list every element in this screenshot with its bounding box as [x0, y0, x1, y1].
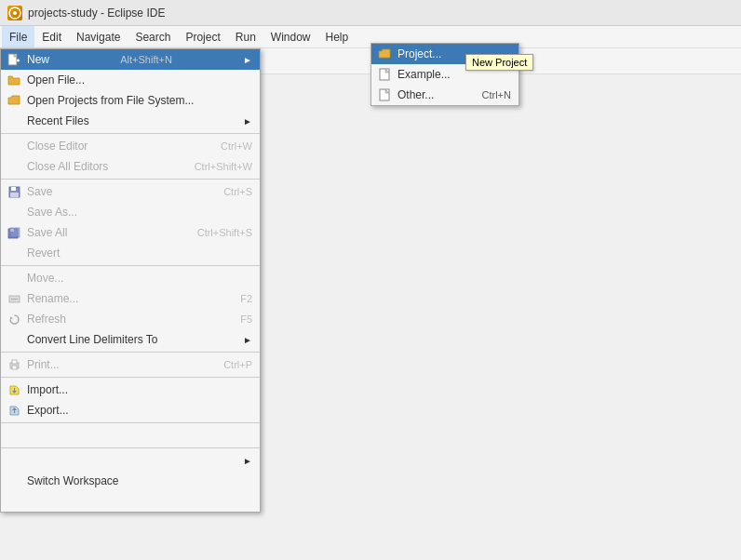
svg-rect-8 — [10, 193, 19, 197]
new-submenu-other[interactable]: Other... Ctrl+N — [371, 85, 519, 105]
file-menu-rename[interactable]: Rename... F2 — [1, 288, 260, 309]
file-menu-recent-files[interactable]: Recent Files ► — [1, 111, 260, 131]
menu-window[interactable]: Window — [263, 26, 318, 47]
save-icon — [7, 184, 21, 199]
new-other-icon — [377, 87, 392, 102]
menu-search[interactable]: Search — [128, 26, 178, 47]
svg-marker-14 — [10, 316, 13, 319]
menu-navigate[interactable]: Navigate — [69, 26, 128, 47]
file-menu-convert-line[interactable]: Convert Line Delimiters To ► — [1, 329, 260, 350]
file-menu-save[interactable]: Save Ctrl+S — [1, 181, 260, 202]
svg-rect-16 — [12, 360, 17, 364]
file-menu-move[interactable]: Move... — [1, 268, 260, 288]
file-menu-refresh[interactable]: Refresh F5 — [1, 309, 260, 329]
open-file-icon — [7, 73, 21, 87]
switch-workspace-arrow: ► — [243, 456, 252, 466]
file-menu-export[interactable]: Export... — [1, 400, 260, 420]
menu-project[interactable]: Project — [178, 26, 227, 47]
svg-rect-11 — [10, 228, 20, 237]
file-menu-revert[interactable]: Revert — [1, 243, 260, 263]
svg-rect-17 — [12, 366, 17, 369]
separator-1 — [1, 133, 260, 134]
file-menu-open-projects[interactable]: Open Projects from File System... — [1, 90, 260, 111]
new-submenu-arrow: ► — [243, 55, 252, 65]
file-menu-exit[interactable] — [1, 491, 260, 512]
svg-rect-22 — [380, 69, 389, 80]
refresh-icon — [7, 312, 21, 327]
save-all-icon — [7, 225, 21, 240]
menu-edit[interactable]: Edit — [34, 26, 69, 47]
window-title: projects-study - Eclipse IDE — [28, 7, 165, 20]
separator-3 — [1, 265, 260, 266]
recent-files-arrow: ► — [243, 116, 252, 127]
file-menu-open-file[interactable]: Open File... — [1, 70, 260, 90]
svg-point-1 — [13, 11, 17, 15]
file-menu-properties[interactable] — [1, 425, 260, 446]
file-menu-switch-workspace[interactable]: ► — [1, 450, 260, 471]
file-menu-save-as[interactable]: Save As... — [1, 202, 260, 222]
title-bar: projects-study - Eclipse IDE — [0, 0, 741, 26]
file-menu-new[interactable]: New Alt+Shift+N ► — [1, 49, 260, 70]
file-menu-import[interactable]: Import... — [1, 380, 260, 400]
new-project-tooltip: New Project — [465, 54, 533, 71]
file-menu-print[interactable]: Print... Ctrl+P — [1, 354, 260, 375]
file-menu-close-editor[interactable]: Close Editor Ctrl+W — [1, 136, 260, 156]
separator-7 — [1, 447, 260, 448]
file-menu-save-all[interactable]: Save All Ctrl+Shift+S — [1, 222, 260, 243]
separator-2 — [1, 179, 260, 180]
separator-5 — [1, 377, 260, 378]
file-dropdown-menu: New Alt+Shift+N ► Open File... Open Proj… — [0, 48, 261, 513]
print-icon — [7, 357, 21, 372]
file-menu-close-all-editors[interactable]: Close All Editors Ctrl+Shift+W — [1, 156, 260, 177]
import-icon — [7, 382, 21, 397]
menu-file[interactable]: File — [2, 26, 34, 47]
menu-help[interactable]: Help — [318, 26, 357, 47]
new-project-icon — [377, 47, 392, 61]
convert-line-arrow: ► — [243, 335, 252, 345]
export-icon — [7, 403, 21, 418]
separator-4 — [1, 352, 260, 353]
svg-rect-7 — [11, 187, 16, 191]
new-example-icon — [377, 67, 392, 82]
svg-rect-24 — [380, 89, 389, 100]
new-icon — [7, 52, 21, 67]
app-icon — [7, 6, 22, 20]
file-menu-restart[interactable]: Switch Workspace — [1, 471, 260, 491]
separator-6 — [1, 422, 260, 423]
new-submenu: Project... Example... Other... Ctrl+N — [370, 43, 519, 106]
open-projects-icon — [7, 93, 21, 108]
menu-run[interactable]: Run — [228, 26, 263, 47]
rename-icon — [7, 291, 21, 306]
